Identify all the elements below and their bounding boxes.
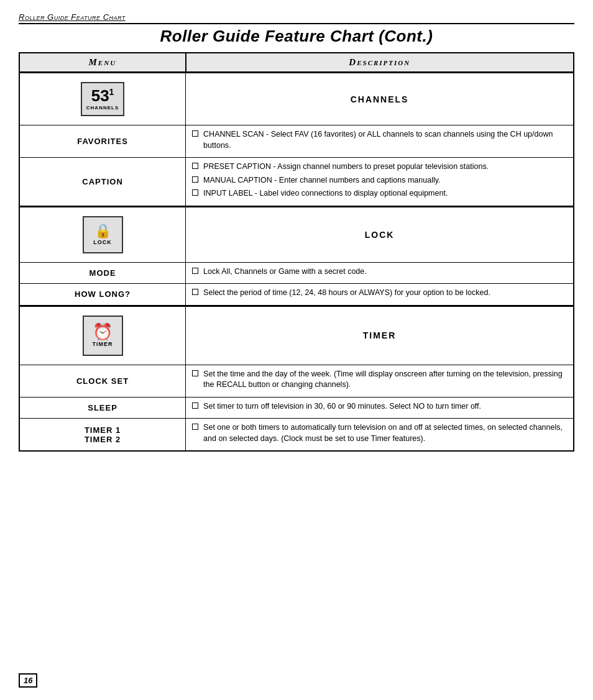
bullet-icon [192,176,198,183]
page-number: 16 [19,673,37,688]
bullet-icon [192,424,198,430]
sleep-bullets: Set timer to turn off television in 30, … [192,401,567,412]
caption-bullet-1: PRESET CAPTION - Assign channel numbers … [192,161,567,173]
sleep-label: SLEEP [26,403,179,412]
favorites-row: FAVORITES CHANNEL SCAN - Select FAV (16 … [19,125,574,158]
channels-icon-label: CHANNELS [86,105,119,111]
bullet-icon [192,289,198,295]
bullet-icon [192,402,198,409]
main-title: Roller Guide Feature Chart (Cont.) [19,27,574,46]
mode-bullets: Lock All, Channels or Game with a secret… [192,266,567,278]
mode-bullet-1: Lock All, Channels or Game with a secret… [192,266,567,278]
caption-menu-cell: CAPTION [19,158,186,207]
mode-desc-cell: Lock All, Channels or Game with a secret… [186,262,574,284]
timers-bullet-1: Set one or both timers to automatically … [192,422,567,444]
mode-row: MODE Lock All, Channels or Game with a s… [19,262,574,284]
lock-icon-label: LOCK [93,239,112,245]
channels-icon-row: 531 CHANNELS CHANNELS [19,73,574,125]
sleep-bullet-1: Set timer to turn off television in 30, … [192,401,567,412]
page: Roller Guide Feature Chart Roller Guide … [0,0,593,700]
howlong-menu-cell: HOW LONG? [19,284,186,306]
favorites-bullets: CHANNEL SCAN - Select FAV (16 favorites)… [192,129,567,151]
bullet-icon [192,163,198,169]
timers-row: TIMER 1 TIMER 2 Set one or both timers t… [19,419,574,452]
lock-icon-row: 🔒 LOCK LOCK [19,206,574,262]
feature-chart-table: Menu Description 531 CHANNELS [19,52,574,452]
caption-label: CAPTION [26,177,179,186]
timers-desc-cell: Set one or both timers to automatically … [186,419,574,452]
timers-menu-cell: TIMER 1 TIMER 2 [19,419,186,452]
top-header: Roller Guide Feature Chart [19,12,574,24]
bullet-icon [192,189,198,196]
timer-icon-label: TIMER [93,341,113,347]
clockset-menu-cell: CLOCK SET [19,365,186,397]
mode-label: MODE [26,268,179,278]
lock-icon-cell: 🔒 LOCK [19,206,186,262]
timer-icon: ⏰ TIMER [83,316,123,356]
timer2-label: TIMER 2 [26,435,179,444]
favorites-bullet-1: CHANNEL SCAN - Select FAV (16 favorites)… [192,129,567,151]
howlong-bullets: Select the period of time (12, 24, 48 ho… [192,288,567,299]
timer-description-header: TIMER [186,306,574,365]
caption-bullets: PRESET CAPTION - Assign channel numbers … [192,161,567,199]
howlong-label: HOW LONG? [26,289,179,299]
clockset-row: CLOCK SET Set the time and the day of th… [19,365,574,397]
caption-bullet-3: INPUT LABEL - Label video connections to… [192,188,567,199]
col-menu-header: Menu [19,53,186,73]
favorites-label: FAVORITES [26,137,179,146]
timer-icon-row: ⏰ TIMER TIMER [19,306,574,365]
favorites-menu-cell: FAVORITES [19,125,186,158]
lock-icon: 🔒 LOCK [83,216,123,253]
sleep-menu-cell: SLEEP [19,397,186,419]
favorites-desc-cell: CHANNEL SCAN - Select FAV (16 favorites)… [186,125,574,158]
clockset-label: CLOCK SET [26,376,179,386]
channels-icon: 531 CHANNELS [81,82,124,116]
sleep-row: SLEEP Set timer to turn off television i… [19,397,574,419]
clockset-bullets: Set the time and the day of the week. (T… [192,369,567,391]
lock-description-header: LOCK [186,206,574,262]
channels-icon-cell: 531 CHANNELS [19,73,186,125]
clockset-bullet-1: Set the time and the day of the week. (T… [192,369,567,391]
howlong-row: HOW LONG? Select the period of time (12,… [19,284,574,306]
timers-bullets: Set one or both timers to automatically … [192,422,567,444]
bullet-icon [192,268,198,274]
timer-icon-cell: ⏰ TIMER [19,306,186,365]
caption-row: CAPTION PRESET CAPTION - Assign channel … [19,158,574,207]
caption-desc-cell: PRESET CAPTION - Assign channel numbers … [186,158,574,207]
lock-symbol: 🔒 [94,224,111,238]
timer-symbol: ⏰ [93,324,113,340]
channels-description-header: CHANNELS [186,73,574,125]
howlong-desc-cell: Select the period of time (12, 24, 48 ho… [186,284,574,306]
bullet-icon [192,370,198,376]
mode-menu-cell: MODE [19,262,186,284]
howlong-bullet-1: Select the period of time (12, 24, 48 ho… [192,288,567,299]
bullet-icon [192,130,198,137]
timer1-label: TIMER 1 [26,425,179,435]
channels-number: 531 [91,88,114,104]
sleep-desc-cell: Set timer to turn off television in 30, … [186,397,574,419]
clockset-desc-cell: Set the time and the day of the week. (T… [186,365,574,397]
col-description-header: Description [186,53,574,73]
caption-bullet-2: MANUAL CAPTION - Enter channel numbers a… [192,175,567,186]
